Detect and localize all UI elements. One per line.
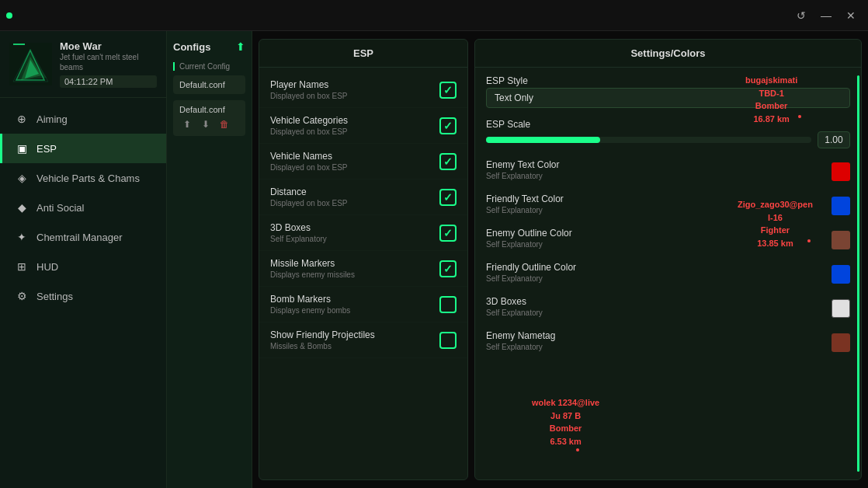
user-info: Moe War Jet fuel can't melt steel beams … [60, 40, 157, 88]
enemy-text-color-swatch[interactable] [832, 162, 850, 181]
esp-style-dropdown[interactable]: Text Only [486, 88, 850, 108]
esp-sub-missile-markers: Displays enemy missiles [270, 270, 439, 279]
configs-panel: Configs ⬆ Current Config Default.conf De… [167, 31, 252, 488]
esp-scale-bar[interactable] [486, 137, 811, 143]
enemy-nametag-color-sub: Self Explanatory [486, 343, 832, 351]
esp-scale-value: 1.00 [818, 131, 850, 148]
sidebar-item-anti-social[interactable]: ◆ Anti Social [0, 193, 166, 222]
esp-scale-fill [486, 137, 600, 143]
esp-scale-container: 1.00 [486, 131, 850, 148]
esp-style-label: ESP Style [486, 75, 850, 86]
friendly-outline-color-sub: Self Explanatory [486, 274, 832, 283]
esp-checkbox-missile-markers[interactable] [439, 260, 457, 277]
enemy-nametag-color-label: Enemy Nametag [486, 330, 832, 341]
settings-panel-header: Settings/Colors [475, 40, 861, 68]
sidebar-item-label-chemtrail: Chemtrail Manager [36, 232, 123, 243]
esp-label-vehicle-categories: Vehicle Categories [270, 115, 439, 126]
sidebar-item-hud[interactable]: ⊞ HUD [0, 252, 166, 281]
user-name: Moe War [60, 40, 157, 52]
3d-boxes-color-sub: Self Explanatory [486, 308, 832, 317]
color-row-friendly-text: Friendly Text Color Self Explanatory [486, 193, 850, 218]
vehicle-parts-icon: ◈ [15, 171, 29, 185]
color-row-enemy-nametag: Enemy Nametag Self Explanatory [486, 330, 850, 355]
close-button[interactable]: ✕ [840, 7, 862, 24]
3d-boxes-color-swatch[interactable] [832, 299, 850, 318]
app-container: Moe War Jet fuel can't melt steel beams … [0, 31, 868, 488]
refresh-button[interactable]: ↺ [790, 7, 812, 24]
esp-checkbox-vehicle-names[interactable] [439, 153, 457, 170]
default-config-item: Default.conf ⬆ ⬇ 🗑 [173, 100, 245, 136]
esp-sub-player-names: Displayed on box ESP [270, 92, 439, 100]
esp-icon: ▣ [15, 141, 29, 155]
esp-checkbox-distance[interactable] [439, 189, 457, 206]
aiming-icon: ⊕ [15, 112, 29, 126]
esp-panel: ESP Player Names Displayed on box ESP Ve… [259, 39, 468, 480]
current-config-name: Default.conf [179, 80, 239, 89]
esp-checkbox-3d-boxes[interactable] [439, 225, 457, 242]
sidebar-item-aiming[interactable]: ⊕ Aiming [0, 104, 166, 134]
user-subtitle: Jet fuel can't melt steel beams [60, 52, 157, 72]
esp-item-3d-boxes: 3D Boxes Self Explanatory [259, 215, 467, 251]
settings-panel-scroll[interactable]: ESP Style Text Only ESP Scale 1.00 [475, 68, 861, 479]
configs-header: Configs ⬆ [173, 40, 245, 53]
main-content: ESP Player Names Displayed on box ESP Ve… [252, 31, 868, 488]
esp-checkbox-player-names[interactable] [439, 82, 457, 99]
sidebar-item-settings[interactable]: ⚙ Settings [0, 281, 166, 311]
3d-boxes-color-label: 3D Boxes [486, 296, 832, 307]
esp-checkbox-bomb-markers[interactable] [439, 296, 457, 313]
sidebar-item-esp[interactable]: ▣ ESP [0, 134, 166, 163]
esp-sub-3d-boxes: Self Explanatory [270, 235, 439, 243]
title-bar-left [6, 12, 12, 19]
esp-item-player-names: Player Names Displayed on box ESP [259, 72, 467, 108]
esp-label-missile-markers: Missile Markers [270, 258, 439, 269]
esp-sub-bomb-markers: Displays enemy bombs [270, 306, 439, 315]
esp-label-player-names: Player Names [270, 79, 439, 90]
esp-item-missile-markers: Missile Markers Displays enemy missiles [259, 251, 467, 287]
sidebar-item-label-aiming: Aiming [36, 113, 68, 125]
esp-item-bomb-markers: Bomb Markers Displays enemy bombs [259, 287, 467, 322]
sidebar-item-label-anti-social: Anti Social [36, 202, 84, 214]
logo-area: Moe War Jet fuel can't melt steel beams … [0, 31, 166, 98]
friendly-outline-color-swatch[interactable] [832, 265, 850, 284]
sidebar-item-chemtrail[interactable]: ✦ Chemtrail Manager [0, 222, 166, 252]
current-config-label: Current Config [173, 62, 245, 71]
esp-checkbox-friendly-projectiles[interactable] [439, 332, 457, 349]
settings-row-esp-style: ESP Style Text Only [486, 75, 850, 108]
sidebar-item-label-esp: ESP [36, 143, 57, 155]
esp-label-3d-boxes: 3D Boxes [270, 222, 439, 233]
config-delete-button[interactable]: 🗑 [217, 117, 232, 131]
nav-menu: ⊕ Aiming ▣ ESP ◈ Vehicle Parts & Chams ◆… [0, 98, 166, 488]
sidebar-item-label-hud: HUD [36, 261, 58, 273]
friendly-outline-color-label: Friendly Outline Color [486, 262, 832, 273]
enemy-outline-color-sub: Self Explanatory [486, 240, 832, 249]
esp-sub-vehicle-names: Displayed on box ESP [270, 163, 439, 172]
friendly-text-color-swatch[interactable] [832, 197, 850, 215]
upload-config-icon[interactable]: ⬆ [236, 40, 245, 53]
scroll-indicator [857, 75, 859, 472]
enemy-text-color-sub: Self Explanatory [486, 172, 832, 180]
enemy-outline-color-label: Enemy Outline Color [486, 228, 832, 239]
enemy-outline-color-swatch[interactable] [832, 231, 850, 249]
config-download-button[interactable]: ⬇ [198, 117, 214, 131]
esp-sub-friendly-projectiles: Missiles & Bombs [270, 342, 439, 350]
esp-scale-label: ESP Scale [486, 119, 850, 130]
color-row-enemy-outline: Enemy Outline Color Self Explanatory [486, 228, 850, 253]
friendly-text-color-label: Friendly Text Color [486, 193, 832, 204]
sidebar-item-label-vehicle-parts: Vehicle Parts & Chams [36, 173, 140, 184]
friendly-text-color-sub: Self Explanatory [486, 206, 832, 214]
color-row-friendly-outline: Friendly Outline Color Self Explanatory [486, 262, 850, 287]
esp-panel-scroll[interactable]: Player Names Displayed on box ESP Vehicl… [259, 68, 467, 479]
esp-label-distance: Distance [270, 186, 439, 197]
esp-label-vehicle-names: Vehicle Names [270, 151, 439, 162]
minimize-button[interactable]: — [815, 7, 837, 24]
esp-label-friendly-projectiles: Show Friendly Projectiles [270, 329, 439, 340]
default-config-name: Default.conf [179, 105, 239, 114]
esp-checkbox-vehicle-categories[interactable] [439, 117, 457, 134]
status-dot [6, 12, 12, 19]
esp-label-bomb-markers: Bomb Markers [270, 294, 439, 305]
sidebar-item-label-settings: Settings [36, 291, 73, 302]
config-upload-button[interactable]: ⬆ [179, 117, 195, 131]
sidebar-item-vehicle-parts[interactable]: ◈ Vehicle Parts & Chams [0, 163, 166, 193]
configs-title: Configs [173, 41, 210, 53]
enemy-nametag-color-swatch[interactable] [832, 333, 850, 352]
